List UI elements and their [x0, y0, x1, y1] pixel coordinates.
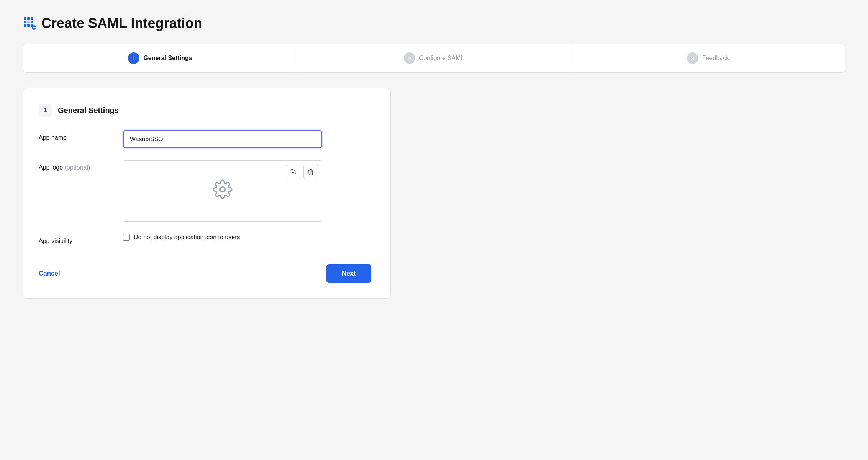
next-button[interactable]: Next [326, 264, 371, 283]
card-step-badge: 1 [39, 104, 52, 117]
svg-rect-0 [24, 17, 26, 20]
logo-actions [286, 165, 318, 179]
visibility-checkbox[interactable] [123, 234, 130, 241]
app-name-label: App name [39, 134, 67, 141]
trash-icon [307, 168, 314, 175]
card-footer: Cancel Next [39, 257, 371, 283]
visibility-checkbox-row: Do not display application icon to users [123, 234, 371, 241]
svg-rect-7 [27, 24, 30, 27]
svg-rect-1 [27, 17, 30, 20]
step-feedback[interactable]: 3 Feedback [571, 44, 845, 72]
app-name-row: App name [39, 130, 371, 148]
svg-point-13 [220, 187, 225, 192]
step-2-label: Configure SAML [419, 55, 464, 62]
cancel-button[interactable]: Cancel [39, 270, 60, 277]
svg-rect-2 [31, 17, 33, 20]
app-logo-row: App logo (optional) [39, 160, 371, 222]
page-title: Create SAML Integration [41, 15, 202, 31]
step-3-circle: 3 [687, 52, 698, 64]
app-logo-label: App logo (optional) [39, 164, 90, 171]
step-1-label: General Settings [143, 55, 192, 62]
app-visibility-control-col: Do not display application icon to users [123, 234, 371, 241]
app-logo-control-col [123, 160, 371, 222]
main-card: 1 General Settings App name App logo (op… [23, 88, 391, 299]
svg-rect-3 [24, 21, 26, 23]
step-configure-saml[interactable]: 2 Configure SAML [297, 44, 571, 72]
logo-delete-button[interactable] [303, 165, 318, 179]
stepper: 1 General Settings 2 Configure SAML 3 Fe… [23, 44, 845, 73]
step-3-label: Feedback [702, 55, 729, 62]
app-logo-label-col: App logo (optional) [39, 160, 108, 171]
step-1-circle: 1 [128, 52, 139, 64]
app-visibility-label: App visibility [39, 238, 72, 244]
app-name-input[interactable] [123, 130, 322, 148]
svg-rect-4 [27, 21, 30, 23]
app-visibility-row: App visibility Do not display applicatio… [39, 234, 371, 245]
page-header: Create SAML Integration [23, 15, 845, 31]
svg-rect-5 [31, 21, 33, 23]
upload-icon [290, 168, 296, 175]
app-name-label-col: App name [39, 130, 108, 141]
app-grid-icon [23, 16, 37, 30]
step-general-settings[interactable]: 1 General Settings [23, 44, 297, 72]
logo-upload-area[interactable] [123, 160, 322, 222]
card-section-title: General Settings [58, 106, 119, 115]
step-2-circle: 2 [404, 52, 415, 64]
app-visibility-label-col: App visibility [39, 234, 108, 245]
visibility-checkbox-label: Do not display application icon to users [134, 234, 240, 241]
svg-rect-6 [24, 24, 26, 27]
logo-upload-button[interactable] [286, 165, 300, 179]
app-name-control-col [123, 130, 371, 148]
card-header: 1 General Settings [39, 104, 371, 117]
app-logo-optional: (optional) [65, 164, 90, 171]
logo-placeholder-gear [213, 179, 233, 203]
